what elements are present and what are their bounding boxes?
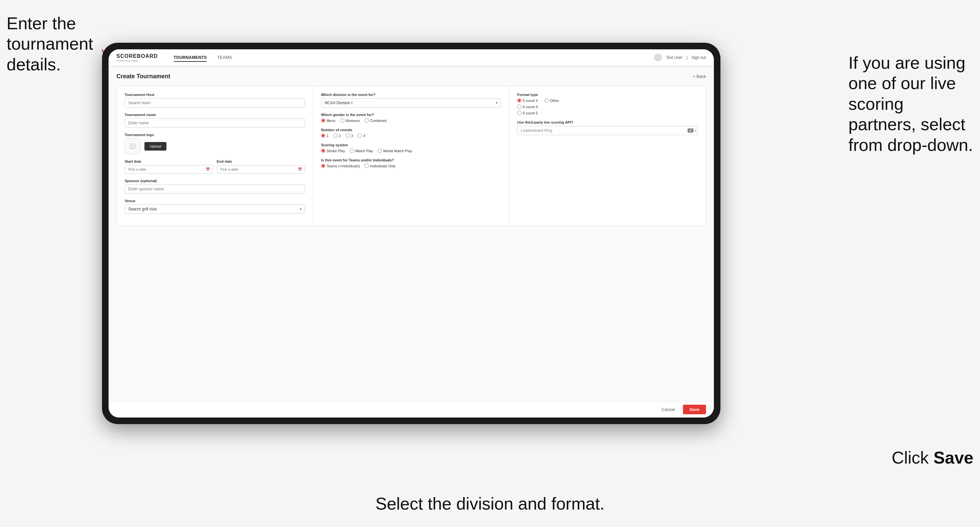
event-type-label: Is this event for Teams and/or Individua… bbox=[321, 158, 501, 162]
format-row-2: 6 count 4 bbox=[517, 105, 698, 109]
rounds-1-radio[interactable] bbox=[321, 133, 325, 138]
start-date-group: Start date 📅 bbox=[125, 159, 213, 174]
event-type-individuals-radio[interactable] bbox=[364, 164, 369, 168]
event-type-individuals[interactable]: Individuals Only bbox=[364, 164, 396, 168]
rounds-1-label: 1 bbox=[327, 134, 329, 138]
venue-group: Venue Search golf club bbox=[125, 199, 305, 214]
gender-womens[interactable]: Womens bbox=[340, 118, 360, 123]
cancel-button[interactable]: Cancel bbox=[658, 405, 679, 414]
gender-mens-label: Mens bbox=[327, 119, 336, 123]
venue-select[interactable]: Search golf club bbox=[125, 205, 305, 214]
main-content: Create Tournament < Back Tournament Host… bbox=[108, 67, 714, 401]
third-party-group: Use third-party live scoring API? ✕ ▾ bbox=[517, 120, 698, 135]
sign-out-link[interactable]: Sign out bbox=[692, 55, 706, 60]
rounds-2[interactable]: 2 bbox=[333, 133, 341, 138]
start-date-input[interactable] bbox=[125, 165, 213, 174]
tournament-name-input[interactable] bbox=[125, 118, 305, 127]
format-6count4-label: 6 count 4 bbox=[523, 105, 538, 109]
form-col-2: Which division is the event for? NCAA Di… bbox=[313, 86, 509, 225]
scoring-medal-radio[interactable] bbox=[378, 149, 382, 153]
rounds-3-radio[interactable] bbox=[345, 133, 350, 138]
scoring-label: Scoring system bbox=[321, 143, 501, 147]
nav-tournaments[interactable]: TOURNAMENTS bbox=[174, 54, 207, 62]
gender-combined-radio[interactable] bbox=[364, 118, 369, 123]
rounds-1[interactable]: 1 bbox=[321, 133, 329, 138]
upload-button[interactable]: Upload bbox=[145, 142, 167, 151]
scoring-dropdown-arrow[interactable]: ▾ bbox=[695, 129, 697, 132]
gender-womens-label: Womens bbox=[346, 119, 360, 123]
format-5count4[interactable]: 5 count 4 bbox=[517, 98, 538, 103]
third-party-label: Use third-party live scoring API? bbox=[517, 120, 698, 124]
format-6count4[interactable]: 6 count 4 bbox=[517, 105, 538, 109]
event-type-group: Is this event for Teams and/or Individua… bbox=[321, 158, 501, 168]
scoring-match-label: Match Play bbox=[355, 149, 373, 153]
format-6count5-label: 6 count 5 bbox=[523, 111, 538, 115]
rounds-4-radio[interactable] bbox=[358, 133, 362, 138]
tournament-logo-label: Tournament logo bbox=[125, 133, 305, 137]
annotation-bottom-center: Select the division and format. bbox=[375, 494, 605, 514]
scoring-stroke[interactable]: Stroke Play bbox=[321, 149, 345, 153]
rounds-2-label: 2 bbox=[339, 134, 341, 138]
rounds-radio-group: 1 2 3 4 bbox=[321, 133, 501, 138]
format-type-label: Format type bbox=[517, 93, 698, 97]
rounds-2-radio[interactable] bbox=[333, 133, 337, 138]
tournament-name-label: Tournament name bbox=[125, 113, 305, 117]
gender-mens-radio[interactable] bbox=[321, 118, 325, 123]
rounds-3-label: 3 bbox=[351, 134, 353, 138]
end-date-input[interactable] bbox=[217, 165, 305, 174]
gender-womens-radio[interactable] bbox=[340, 118, 344, 123]
annotation-top-left: Enter the tournament details. bbox=[6, 13, 99, 75]
page-title: Create Tournament bbox=[116, 73, 170, 80]
clear-scoring-button[interactable]: ✕ bbox=[687, 129, 694, 133]
logo-placeholder bbox=[125, 138, 140, 154]
tournament-host-label: Tournament Host bbox=[125, 93, 305, 97]
format-5count4-label: 5 count 4 bbox=[523, 98, 538, 103]
scoring-stroke-label: Stroke Play bbox=[327, 149, 345, 153]
form-col-3: Format type 5 count 4 Other bbox=[509, 86, 706, 225]
event-type-radio-group: Teams (+Individuals) Individuals Only bbox=[321, 164, 501, 168]
format-row-1: 5 count 4 Other bbox=[517, 98, 698, 103]
tablet-screen: SCOREBOARD Powered by clippit TOURNAMENT… bbox=[108, 49, 714, 417]
start-date-wrapper: 📅 bbox=[125, 165, 213, 174]
format-5count4-radio[interactable] bbox=[517, 98, 522, 103]
rounds-4[interactable]: 4 bbox=[358, 133, 365, 138]
gender-radio-group: Mens Womens Combined bbox=[321, 118, 501, 123]
scoring-group: Scoring system Stroke Play Match Play bbox=[321, 143, 501, 153]
gender-combined[interactable]: Combined bbox=[364, 118, 387, 123]
format-6count5-radio[interactable] bbox=[517, 111, 522, 115]
format-other[interactable]: Other bbox=[544, 98, 559, 103]
rounds-label: Number of rounds bbox=[321, 128, 501, 132]
venue-select-wrapper: Search golf club bbox=[125, 205, 305, 214]
scoring-medal[interactable]: Medal Match Play bbox=[378, 149, 412, 153]
scoring-medal-label: Medal Match Play bbox=[383, 149, 412, 153]
nav-teams[interactable]: TEAMS bbox=[217, 54, 232, 62]
rounds-4-label: 4 bbox=[363, 134, 365, 138]
gender-combined-label: Combined bbox=[370, 119, 387, 123]
scoring-match[interactable]: Match Play bbox=[350, 149, 373, 153]
top-nav: SCOREBOARD Powered by clippit TOURNAMENT… bbox=[108, 49, 714, 67]
division-select[interactable]: NCAA Division I bbox=[321, 98, 501, 108]
event-type-teams[interactable]: Teams (+Individuals) bbox=[321, 164, 360, 168]
sponsor-group: Sponsor (optional) bbox=[125, 179, 305, 194]
event-type-teams-label: Teams (+Individuals) bbox=[327, 164, 360, 168]
tournament-host-input[interactable] bbox=[125, 98, 305, 108]
sponsor-input[interactable] bbox=[125, 184, 305, 194]
scoring-stroke-radio[interactable] bbox=[321, 149, 325, 153]
third-party-input[interactable] bbox=[517, 126, 698, 135]
scoring-match-radio[interactable] bbox=[350, 149, 354, 153]
back-link[interactable]: < Back bbox=[693, 74, 706, 79]
start-date-label: Start date bbox=[125, 159, 213, 163]
format-6count4-radio[interactable] bbox=[517, 105, 522, 109]
rounds-3[interactable]: 3 bbox=[345, 133, 353, 138]
division-select-wrapper: NCAA Division I bbox=[321, 98, 501, 108]
event-type-individuals-label: Individuals Only bbox=[370, 164, 396, 168]
annotation-bottom-right: Click Save bbox=[891, 448, 974, 468]
format-6count5[interactable]: 6 count 5 bbox=[517, 111, 538, 115]
save-button[interactable]: Save bbox=[683, 405, 706, 414]
event-type-teams-radio[interactable] bbox=[321, 164, 325, 168]
gender-mens[interactable]: Mens bbox=[321, 118, 336, 123]
format-options: 5 count 4 Other 6 count 4 bbox=[517, 98, 698, 115]
division-label: Which division is the event for? bbox=[321, 93, 501, 97]
annotation-top-right: If you are using one of our live scoring… bbox=[848, 52, 974, 155]
format-other-radio[interactable] bbox=[544, 98, 549, 103]
